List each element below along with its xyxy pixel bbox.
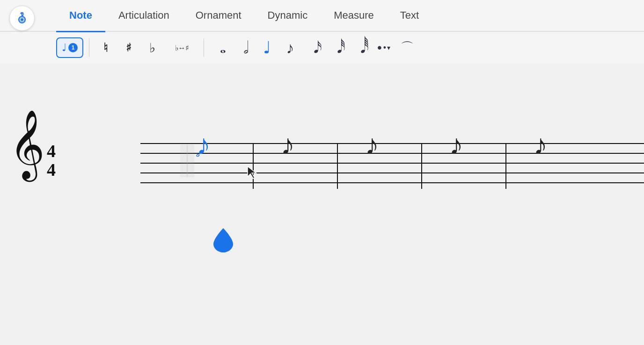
staff-line-5	[140, 182, 644, 183]
note-input-button[interactable]: ♩ 1	[56, 37, 83, 58]
guitar-icon	[15, 11, 29, 26]
staff-line-2	[140, 153, 644, 154]
tab-measure[interactable]: Measure	[321, 0, 387, 31]
score-area[interactable]: 𝄞 4 4 ♪ 𝅗 ♪	[0, 64, 644, 345]
note-1[interactable]: ♪	[197, 129, 211, 161]
divider-2	[204, 38, 204, 57]
flat-button[interactable]: ♭	[142, 37, 162, 58]
dotted-note-button[interactable]: • • ▾	[373, 37, 394, 58]
barline-3	[421, 143, 422, 189]
eighth-note-icon: ♪	[286, 39, 294, 57]
tab-dynamic[interactable]: Dynamic	[255, 0, 321, 31]
score-wrapper: 𝄞 4 4 ♪ 𝅗 ♪	[0, 124, 644, 190]
slur-button[interactable]: ⌒	[397, 37, 417, 58]
slur-icon: ⌒	[401, 39, 414, 57]
staff-line-4	[140, 172, 644, 173]
half-note-button[interactable]: 𝅗𝅥	[233, 37, 254, 58]
note-input-badge: 1	[68, 43, 78, 52]
tab-articulation[interactable]: Articulation	[105, 0, 183, 31]
eighth-note-button[interactable]: ♪	[280, 37, 300, 58]
placeholder-icon	[178, 142, 197, 180]
sharp-icon: ♯	[126, 41, 132, 54]
staff-lines	[140, 143, 644, 192]
sixtyfourth-note-button[interactable]: 𝅘𝅥𝅱	[350, 37, 371, 58]
staff-line-3	[140, 163, 644, 164]
note-4[interactable]: ♪	[449, 129, 463, 161]
note-2[interactable]: ♪	[281, 129, 295, 161]
top-nav: Note Articulation Ornament Dynamic Measu…	[0, 0, 644, 32]
time-signature: 4 4	[47, 142, 56, 180]
staff-line-1	[140, 143, 644, 144]
drop-cursor	[213, 228, 233, 254]
dot-icon: •	[377, 40, 382, 55]
tab-note[interactable]: Note	[56, 0, 105, 31]
sharp-button[interactable]: ♯	[118, 37, 139, 58]
barline-1	[253, 143, 254, 189]
natural-icon: ♮	[103, 41, 108, 55]
logo-button[interactable]	[9, 6, 35, 31]
staff-row: 𝄞 4 4 ♪ 𝅗 ♪	[140, 124, 644, 190]
divider-1	[89, 38, 89, 57]
whole-note-button[interactable]: 𝅝	[210, 37, 230, 58]
svg-point-1	[21, 18, 23, 21]
natural-button[interactable]: ♮	[95, 37, 116, 58]
placeholder-measure	[178, 142, 197, 180]
note-3[interactable]: ♪	[365, 129, 379, 161]
barline-4	[505, 143, 506, 189]
dot2-icon: •	[383, 43, 386, 53]
time-sig-top: 4	[47, 142, 56, 161]
thirtysecond-note-button[interactable]: 𝅘𝅥𝅰	[327, 37, 347, 58]
barline-2	[337, 143, 338, 189]
tab-text[interactable]: Text	[387, 0, 432, 31]
quarter-note-icon: ♩	[263, 38, 271, 58]
tab-ornament[interactable]: Ornament	[183, 0, 255, 31]
note-5[interactable]: ♪	[534, 129, 548, 161]
toggle-accidental-button[interactable]: ♭↔♯	[165, 37, 198, 58]
sixteenth-note-button[interactable]: 𝅘𝅥𝅯	[303, 37, 324, 58]
flat-icon: ♭	[149, 40, 155, 56]
quarter-note-button[interactable]: ♩	[256, 37, 277, 58]
treble-clef: 𝄞	[9, 110, 45, 180]
note-toolbar: ♩ 1 ♮ ♯ ♭ ♭↔♯ 𝅝 𝅗𝅥 ♩ ♪ 𝅘𝅥𝅯 𝅘𝅥𝅰	[0, 32, 644, 64]
dropdown-arrow-icon: ▾	[387, 44, 390, 51]
note-input-icon: ♩	[62, 42, 66, 54]
toggle-accidental-icon: ♭↔♯	[175, 43, 189, 52]
time-sig-bottom: 4	[47, 161, 56, 180]
